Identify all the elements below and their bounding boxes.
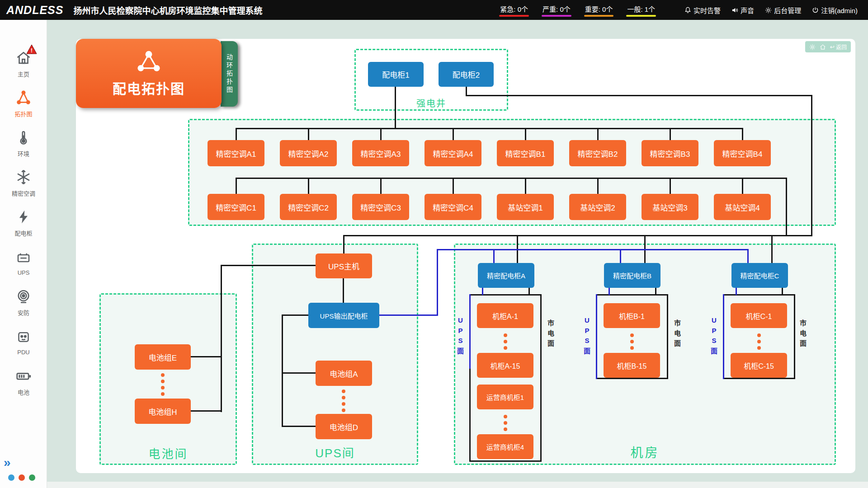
main-area: 动环拓扑图 配电拓扑图 ↩ 返回 强电井 电池间 <box>47 20 868 488</box>
node-dist-cabinet-2[interactable]: 配电柜2 <box>439 62 494 87</box>
node-ups-output-cabinet[interactable]: UPS输出配电柜 <box>308 303 379 328</box>
sidebar-item-ups[interactable]: UPS <box>0 242 47 282</box>
node-rack-a15[interactable]: 机柜A-15 <box>477 353 533 378</box>
bottom-strip <box>47 482 868 488</box>
connector <box>466 95 812 96</box>
page-title: 配电拓扑图 <box>113 78 185 98</box>
alarm-counter-urgent[interactable]: 紧急: 0个 <box>499 2 529 18</box>
top-bar: ANDLESS 扬州市人民检察院中心机房环境监控集中管理系统 紧急: 0个 严重… <box>0 0 868 20</box>
node-ac-b2[interactable]: 精密空调B2 <box>569 140 626 166</box>
menu-sound[interactable]: 声音 <box>727 3 758 17</box>
node-base-ac-4[interactable]: 基站空调4 <box>714 194 771 220</box>
connector <box>236 128 743 129</box>
menu-label: 声音 <box>741 5 754 15</box>
node-ac-b3[interactable]: 精密空调B3 <box>642 140 698 166</box>
node-ac-b1[interactable]: 精密空调B1 <box>497 140 554 166</box>
settings-icon[interactable] <box>809 44 816 50</box>
sidebar-item-precision-ac[interactable]: 精密空调 <box>0 163 47 202</box>
node-rack-b15[interactable]: 机柜B-15 <box>604 353 660 378</box>
sidebar-item-distribution-cabinet[interactable]: 配电柜 <box>0 202 47 242</box>
connector <box>786 179 787 236</box>
alarm-counter-severe[interactable]: 严重: 0个 <box>542 2 571 18</box>
node-ac-c1[interactable]: 精密空调C1 <box>208 194 264 220</box>
node-ac-c3[interactable]: 精密空调C3 <box>352 194 409 220</box>
alarm-counter-major[interactable]: 重要: 0个 <box>584 2 614 18</box>
menu-realtime-alarm[interactable]: 实时告警 <box>680 3 725 17</box>
connector <box>282 314 308 316</box>
ellipsis-dots <box>504 415 507 431</box>
menu-admin[interactable]: 后台管理 <box>761 3 805 17</box>
sidebar-item-security[interactable]: 安防 <box>0 282 47 322</box>
connector <box>343 278 344 303</box>
topology-icon <box>14 89 33 107</box>
node-battery-a[interactable]: 电池组A <box>316 361 372 386</box>
node-rack-b1[interactable]: 机柜B-1 <box>604 303 660 328</box>
alarm-label: 重要: <box>585 5 600 13</box>
green-dot[interactable] <box>29 474 35 481</box>
ups-connector <box>620 249 621 263</box>
node-base-ac-1[interactable]: 基站空调1 <box>497 194 554 220</box>
orange-dot[interactable] <box>19 474 25 481</box>
node-ac-a2[interactable]: 精密空调A2 <box>280 140 337 166</box>
connector <box>782 288 783 295</box>
ups-rail <box>596 294 597 379</box>
menu-label: 后台管理 <box>774 5 801 15</box>
node-base-ac-3[interactable]: 基站空调3 <box>642 194 698 220</box>
node-rack-c1[interactable]: 机柜C-1 <box>731 303 787 328</box>
ellipsis-dots <box>504 333 507 350</box>
connector <box>343 235 344 253</box>
alarm-urgent-underline <box>499 15 529 17</box>
sidebar-item-home[interactable]: ! 主页 <box>0 43 47 83</box>
connector <box>282 426 316 427</box>
logout-icon <box>812 7 819 14</box>
menu-logout[interactable]: 注销(admin) <box>808 3 862 17</box>
sidebar-item-topology[interactable]: 拓扑图 <box>0 83 47 123</box>
alarm-label: 严重: <box>542 5 558 13</box>
sidebar-item-battery[interactable]: 电池 <box>0 361 47 401</box>
bell-icon <box>684 7 691 14</box>
connector <box>221 265 222 412</box>
brand-logo: ANDLESS <box>6 4 63 17</box>
sidebar-expand-chevron[interactable]: » <box>4 456 11 469</box>
node-precision-pdc-b[interactable]: 精密配电柜B <box>604 263 660 288</box>
menu-label: 实时告警 <box>693 5 721 15</box>
node-ac-c4[interactable]: 精密空调C4 <box>425 194 481 220</box>
node-ac-b4[interactable]: 精密空调B4 <box>714 140 771 166</box>
node-ups-host[interactable]: UPS主机 <box>316 253 372 278</box>
node-ac-a4[interactable]: 精密空调A4 <box>425 140 481 166</box>
node-ac-a3[interactable]: 精密空调A3 <box>352 140 409 166</box>
back-button[interactable]: ↩ 返回 <box>830 43 847 51</box>
node-rack-c15[interactable]: 机柜C-15 <box>731 353 787 378</box>
node-battery-d[interactable]: 电池组D <box>316 414 372 439</box>
app-title: 扬州市人民检察院中心机房环境监控集中管理系统 <box>73 4 262 16</box>
home-icon[interactable] <box>820 44 826 50</box>
node-base-ac-2[interactable]: 基站空调2 <box>569 194 626 220</box>
connector <box>453 178 454 194</box>
connector <box>236 128 237 140</box>
sidebar-item-label: 精密空调 <box>12 189 35 197</box>
node-battery-h[interactable]: 电池组H <box>135 399 191 424</box>
alarm-count: 0个 <box>560 5 570 13</box>
connector <box>525 178 526 194</box>
snowflake-icon <box>14 168 33 186</box>
alarm-count: 0个 <box>518 5 528 13</box>
return-arrow-icon: ↩ <box>830 44 835 50</box>
node-dist-cabinet-1[interactable]: 配电柜1 <box>368 62 424 87</box>
connector <box>525 128 526 140</box>
alarm-label: 紧急: <box>500 5 515 13</box>
node-battery-e[interactable]: 电池组E <box>135 344 191 370</box>
sidebar-item-pdu[interactable]: PDU <box>0 322 47 361</box>
node-ac-a1[interactable]: 精密空调A1 <box>208 140 264 166</box>
node-precision-pdc-c[interactable]: 精密配电柜C <box>731 263 788 288</box>
connector <box>191 410 222 412</box>
zone-machine-room-label: 机房 <box>454 443 836 461</box>
node-operator-rack-1[interactable]: 运营商机柜1 <box>477 385 533 409</box>
ups-connector <box>437 249 749 250</box>
alarm-counter-minor[interactable]: 一般: 1个 <box>626 2 656 18</box>
node-ac-c2[interactable]: 精密空调C2 <box>280 194 337 220</box>
topology-tab[interactable]: 动环拓扑图 <box>221 41 238 107</box>
node-rack-a1[interactable]: 机柜A-1 <box>477 303 533 328</box>
sidebar-item-environment[interactable]: 环境 <box>0 123 47 163</box>
blue-dot[interactable] <box>8 474 14 481</box>
node-precision-pdc-a[interactable]: 精密配电柜A <box>478 263 534 288</box>
